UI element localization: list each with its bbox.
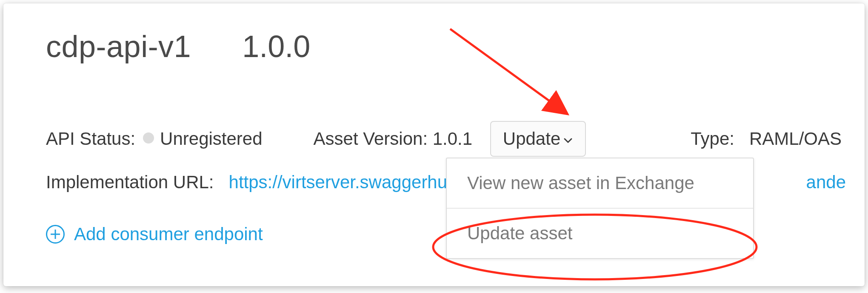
api-type-block: Type: RAML/OAS bbox=[691, 129, 846, 149]
menu-item-update-asset[interactable]: Update asset bbox=[447, 208, 753, 258]
asset-version-value: 1.0.1 bbox=[433, 129, 472, 149]
add-consumer-endpoint-button[interactable]: Add consumer endpoint bbox=[46, 224, 263, 244]
update-button-label: Update bbox=[503, 129, 560, 149]
asset-version-label: Asset Version: bbox=[314, 129, 428, 149]
annotation-arrow bbox=[433, 20, 612, 131]
update-asset-button[interactable]: Update bbox=[490, 121, 586, 157]
menu-item-view-new-asset[interactable]: View new asset in Exchange bbox=[447, 158, 753, 208]
implementation-url-row: Implementation URL: https://virtserver.s… bbox=[46, 172, 471, 192]
status-dot-icon bbox=[143, 132, 154, 144]
api-name: cdp-api-v1 bbox=[46, 29, 191, 64]
svg-line-0 bbox=[450, 29, 568, 114]
api-status-label: API Status: bbox=[46, 129, 135, 149]
api-settings-card: cdp-api-v1 1.0.0 API Status: Unregistere… bbox=[3, 3, 865, 286]
meta-row: API Status: Unregistered Asset Version: … bbox=[46, 121, 846, 157]
api-type-label: Type: bbox=[691, 129, 734, 149]
api-major-version: 1.0.0 bbox=[242, 29, 310, 64]
chevron-down-icon bbox=[563, 129, 573, 150]
title-row: cdp-api-v1 1.0.0 bbox=[46, 29, 310, 64]
add-consumer-endpoint-label: Add consumer endpoint bbox=[74, 224, 263, 244]
plus-circle-icon bbox=[46, 225, 65, 244]
implementation-url-link[interactable]: https://virtserver.swaggerhub.c bbox=[229, 172, 471, 192]
implementation-url-label: Implementation URL: bbox=[46, 172, 214, 192]
asset-version-block: Asset Version: 1.0.1 Update bbox=[314, 121, 586, 157]
api-type-value: RAML/OAS bbox=[749, 129, 842, 149]
implementation-url-overflow: ande bbox=[806, 172, 846, 192]
update-dropdown-menu: View new asset in Exchange Update asset bbox=[446, 158, 754, 259]
api-status-value: Unregistered bbox=[160, 129, 262, 149]
